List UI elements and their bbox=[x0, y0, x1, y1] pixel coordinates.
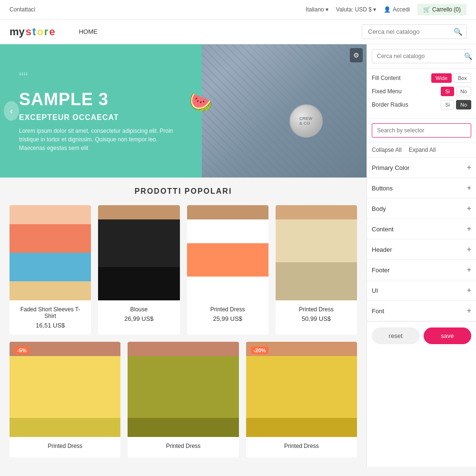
fixed-menu-option: Fixed Menu Si No bbox=[372, 87, 471, 96]
product-image bbox=[128, 342, 238, 437]
product-image bbox=[276, 205, 357, 300]
cart-button[interactable]: 🛒 Carrello (0) bbox=[417, 4, 466, 15]
search-input[interactable] bbox=[362, 24, 466, 39]
accordion: Primary Color + Buttons + Body + Content bbox=[367, 158, 476, 321]
main-nav: HOME bbox=[74, 28, 102, 35]
product-info: Faded Short Sleeves T-Shirt 16,51 US$ bbox=[10, 300, 91, 335]
language-selector[interactable]: Italiano ▾ bbox=[306, 6, 328, 13]
accordion-header-primary-color[interactable]: Primary Color + bbox=[367, 158, 476, 178]
top-bar-right: Italiano ▾ Valuta: USD $ ▾ 👤 Accedi 🛒 Ca… bbox=[306, 4, 466, 15]
products-grid-row1: Faded Short Sleeves T-Shirt 16,51 US$ Bl… bbox=[10, 205, 357, 335]
plus-icon: + bbox=[467, 307, 471, 315]
fixed-menu-si-button[interactable]: Si bbox=[441, 87, 454, 96]
selector-search-area bbox=[367, 119, 476, 143]
expand-all-link[interactable]: Expand All bbox=[409, 147, 436, 153]
border-radius-option: Border Radius Si No bbox=[372, 100, 471, 109]
accordion-header-ui[interactable]: UI + bbox=[367, 280, 476, 300]
panel-options: Fill Content Wide Box Fixed Menu Si No B… bbox=[367, 69, 476, 119]
accordion-header-footer[interactable]: Footer + bbox=[367, 260, 476, 280]
nav-home[interactable]: HOME bbox=[74, 26, 102, 38]
border-radius-si-button[interactable]: Si bbox=[441, 100, 454, 109]
accordion-item-font: Font + bbox=[367, 301, 476, 321]
currency-selector[interactable]: Valuta: USD $ ▾ bbox=[336, 6, 376, 13]
product-card: -5% Printed Dress bbox=[10, 342, 120, 457]
product-price: 16,51 US$ bbox=[15, 322, 85, 329]
product-info: Printed Dress bbox=[10, 437, 120, 457]
product-price: 25,99 US$ bbox=[193, 315, 263, 322]
fixed-menu-no-button[interactable]: No bbox=[456, 87, 471, 96]
hero-slider: CREW& CO ““ SAMPLE 3 EXCEPTEUR OCCAECAT … bbox=[0, 44, 367, 178]
reset-button[interactable]: reset bbox=[372, 327, 420, 344]
fill-content-option: Fill Content Wide Box bbox=[372, 73, 471, 83]
accordion-item-header: Header + bbox=[367, 239, 476, 260]
product-info: Printed Dress bbox=[128, 437, 238, 457]
product-name: Printed Dress bbox=[15, 443, 115, 449]
collapse-all-link[interactable]: Collapse All bbox=[372, 147, 402, 153]
accordion-header-font[interactable]: Font + bbox=[367, 301, 476, 321]
product-info: Blouse 26,99 US$ bbox=[98, 300, 179, 328]
main-wrapper: CREW& CO ““ SAMPLE 3 EXCEPTEUR OCCAECAT … bbox=[0, 44, 476, 467]
logo-my: my bbox=[10, 26, 25, 38]
fill-content-label: Fill Content bbox=[372, 75, 401, 81]
accordion-item-body: Body + bbox=[367, 198, 476, 219]
header: my store HOME 🔍 bbox=[0, 20, 476, 44]
slider-gear-button[interactable]: ⚙ bbox=[350, 48, 363, 62]
top-bar: Contattaci Italiano ▾ Valuta: USD $ ▾ 👤 … bbox=[0, 0, 476, 20]
accordion-item-ui: UI + bbox=[367, 280, 476, 301]
products-section-title: PRODOTTI POPOLARI bbox=[10, 187, 357, 196]
accordion-header-content[interactable]: Content + bbox=[367, 219, 476, 239]
product-name: Printed Dress bbox=[252, 443, 351, 449]
product-info: Printed Dress 25,99 US$ bbox=[187, 300, 268, 328]
fixed-menu-label: Fixed Menu bbox=[372, 88, 402, 95]
store-content: CREW& CO ““ SAMPLE 3 EXCEPTEUR OCCAECAT … bbox=[0, 44, 367, 467]
product-price: 26,99 US$ bbox=[104, 315, 174, 322]
accordion-item-buttons: Buttons + bbox=[367, 178, 476, 198]
accordion-header-buttons[interactable]: Buttons + bbox=[367, 178, 476, 198]
plus-icon: + bbox=[467, 245, 471, 254]
discount-badge: -20% bbox=[251, 347, 269, 354]
product-image bbox=[246, 342, 357, 437]
panel-search-input[interactable] bbox=[372, 49, 471, 63]
hero-title: SAMPLE 3 bbox=[19, 89, 183, 109]
product-card: Printed Dress 25,99 US$ bbox=[187, 205, 268, 335]
plus-icon: + bbox=[467, 184, 471, 192]
header-search: 🔍 bbox=[362, 24, 466, 39]
person-icon: 👤 bbox=[384, 6, 391, 13]
chevron-down-icon: ▾ bbox=[326, 6, 328, 13]
fixed-menu-toggle: Si No bbox=[441, 87, 471, 96]
hero-body: Lorem ipsum dolor sit amet, consectetur … bbox=[19, 127, 183, 152]
product-image bbox=[10, 205, 91, 300]
products-grid-row2: -5% Printed Dress Printed Dress -20% bbox=[10, 342, 357, 457]
products-section: PRODOTTI POPOLARI Faded Short Sleeves T-… bbox=[0, 178, 367, 467]
hero-quote: ““ bbox=[19, 69, 183, 85]
right-panel: 🔍 Fill Content Wide Box Fixed Menu Si No… bbox=[367, 44, 476, 467]
accordion-header-body[interactable]: Body + bbox=[367, 198, 476, 218]
chevron-down-icon: ▾ bbox=[373, 6, 376, 13]
panel-search-button[interactable]: 🔍 bbox=[464, 52, 472, 60]
selector-search-input[interactable] bbox=[372, 123, 471, 138]
fill-content-box-button[interactable]: Box bbox=[454, 73, 471, 83]
accordion-item-footer: Footer + bbox=[367, 260, 476, 280]
save-button[interactable]: save bbox=[424, 327, 472, 344]
expand-collapse-bar: Collapse All Expand All bbox=[367, 143, 476, 158]
contact-link[interactable]: Contattaci bbox=[10, 6, 35, 13]
accordion-header-header[interactable]: Header + bbox=[367, 239, 476, 259]
panel-search-area: 🔍 bbox=[367, 44, 476, 69]
border-radius-label: Border Radius bbox=[372, 101, 408, 108]
product-name: Faded Short Sleeves T-Shirt bbox=[15, 306, 85, 319]
border-radius-no-button[interactable]: No bbox=[456, 100, 471, 109]
cart-icon: 🛒 bbox=[423, 6, 430, 13]
search-button[interactable]: 🔍 bbox=[454, 28, 463, 36]
panel-buttons: reset save bbox=[367, 321, 476, 350]
fill-content-wide-button[interactable]: Wide bbox=[431, 73, 452, 83]
product-name: Blouse bbox=[104, 306, 174, 313]
product-card: Blouse 26,99 US$ bbox=[98, 205, 179, 335]
product-card: Faded Short Sleeves T-Shirt 16,51 US$ bbox=[10, 205, 91, 335]
product-card: Printed Dress 50,99 US$ bbox=[276, 205, 357, 335]
product-price: 50,99 US$ bbox=[281, 315, 351, 322]
account-link[interactable]: 👤 Accedi bbox=[384, 6, 410, 13]
logo[interactable]: my store bbox=[10, 26, 55, 38]
plus-icon: + bbox=[467, 225, 471, 233]
product-info: Printed Dress bbox=[246, 437, 357, 457]
slider-prev-button[interactable]: ‹ bbox=[4, 101, 19, 121]
